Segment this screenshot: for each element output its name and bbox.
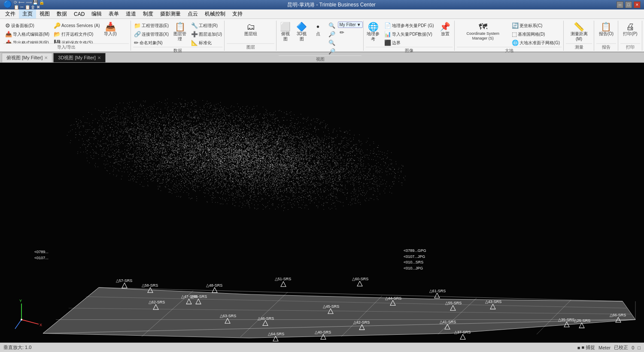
update-coord-button[interactable]: 🔄 更坐标系(C) [510,21,562,30]
window-controls[interactable]: ─ □ ✕ [617,1,641,8]
maximize-button[interactable]: □ [625,1,632,8]
eng-r-button[interactable]: 🔧 工程理(R) [189,21,224,30]
eng-mgr-label: 工程管理器(E) [142,23,169,29]
svg-text:△45-SRS: △45-SRS [323,304,339,309]
access-icon: 🔑 [54,22,61,29]
menu-edit[interactable]: 编辑 [88,9,105,18]
layer-group-btn[interactable]: 🗂 图层组 [242,21,259,37]
settings-panel-button[interactable]: ⚙ 设备面板(D) [3,21,51,30]
layer-group-icon: 🗂 [246,22,255,31]
print-button[interactable]: 🖨 打印(P) [621,21,639,37]
measure-dist-button[interactable]: 📏 测量距离(M) [566,21,592,43]
coord-sys-label: Coordinate System Manager (S) [459,31,507,41]
menu-view[interactable]: 视图 [36,9,53,18]
access-services-button[interactable]: 🔑 Access Services (A) [52,21,101,30]
geo-pdf-button[interactable]: 📄 地理参考矢量PDF (G) [383,21,435,30]
border-label: 边界 [392,40,401,46]
settings-icon: ⚙ [5,22,10,29]
ribbon-group-data: 📁 工程管理器(E) 🔗 连接管理器(X) ✏ 命名对象(N) 📋 [131,21,225,51]
print-icon: 🖨 [626,22,635,31]
place-label: 放置 [441,31,450,37]
layer-add-button[interactable]: ➕ 图层追加(U) [189,30,224,38]
plan-view-tab[interactable]: 俯视图 [My Filter] ✕ [2,53,52,62]
menu-data[interactable]: 数据 [53,9,70,18]
svg-text:△57-SRS: △57-SRS [116,279,132,283]
menu-support[interactable]: 支持 [229,9,246,18]
svg-text:X: X [39,322,42,327]
report-button[interactable]: 📋 报告(O) [597,21,615,37]
3d-view-tab-close[interactable]: ✕ [97,55,101,60]
geoid-icon: 🌐 [512,40,519,46]
coord-sys-mgr-button[interactable]: 🗺 Coordinate System Manager (S) [457,21,509,42]
open-remote-button[interactable]: 📂 打开远程文件(O) [52,30,101,38]
plan-view-icon: ⬜ [280,22,291,31]
remote-save-button[interactable]: 💾 远程保存文件(S) [52,39,101,43]
rename-btn[interactable]: ✏ 命名对象(N) [132,39,170,47]
scene-svg: // We'll generate this with the script b… [0,63,644,343]
menu-road[interactable]: 道道 [122,9,140,18]
geodesy-col2: 🔄 更坐标系(C) ⬚ 基准国网格(D) 🌐 大地水准面子网格(G) [510,21,562,47]
status-unit: Meter [598,345,611,350]
zoom-in-button[interactable]: 🔍 [327,21,337,30]
3d-view-icon: 🔷 [296,22,307,31]
3d-view-tab[interactable]: 3D视图 [My Filter] ✕ [53,53,105,62]
eng-mgr-button[interactable]: 📁 工程管理器(E) [132,21,170,30]
conn-mgr-icon: 🔗 [134,31,141,37]
layer-mgr-button[interactable]: 📋 图层管理 [171,21,188,43]
net-grid-button[interactable]: ⬚ 基准国网格(D) [510,30,562,38]
import-vec-icon: 📊 [384,31,391,37]
menu-cad[interactable]: CAD [70,10,88,18]
import-button[interactable]: 📥 导入(I) [102,21,118,37]
border-button[interactable]: ⬛ 边界 [383,39,435,47]
import-vec-button[interactable]: 📊 导入矢量PDF数据(V) [383,30,435,38]
open-remote-label: 打开远程文件(O) [61,31,93,37]
menu-make[interactable]: 制度 [140,9,157,18]
menu-home[interactable]: 主页 [19,9,36,18]
coord-sys-icon: 🗺 [479,22,487,31]
svg-text:△64-SRS: △64-SRS [268,332,284,336]
svg-text:△61-SRS: △61-SRS [429,288,446,293]
zoom-extra-button[interactable]: 🔍 [327,39,337,47]
zoom-extra2-button[interactable]: 🔎 [327,47,337,55]
point-view-icon: • [316,22,319,31]
minimize-button[interactable]: ─ [617,1,623,8]
ribbon-group-image-content: 🌐 地理参考 📄 地理参考矢量PDF (G) 📊 导入矢量PDF数据(V) ⬛ … [365,21,453,47]
zoom-out-button[interactable]: 🔎 [327,30,337,38]
zoom-out-icon: 🔎 [328,31,335,37]
export-fmt-icon: 📤 [5,40,12,43]
access-label: Access Services (A) [61,23,100,28]
place-button[interactable]: 📌 放置 [437,21,454,37]
close-button[interactable]: ✕ [634,1,641,8]
menu-file[interactable]: 文件 [2,9,19,18]
svg-text:△25-SRS: △25-SRS [574,318,590,323]
standard-button[interactable]: 📐 标准化 [189,39,224,47]
geoid-button[interactable]: 🌐 大地水准面子网格(G) [510,39,562,47]
plan-view-button[interactable]: ⬜ 俯视图 [278,21,293,43]
filter-col: My Filter ▼ ✏ [338,21,363,37]
conn-mgr-button[interactable]: 🔗 连接管理器(X) [132,30,170,38]
filter-edit-button[interactable]: ✏ [338,28,363,37]
export-fmt-label: 导出格式编辑器(R) [13,40,49,44]
place-icon: 📌 [440,22,450,31]
plan-view-tab-close[interactable]: ✕ [44,55,48,60]
point-view-button[interactable]: • 点 [310,21,326,37]
geo-pdf-label: 地理参考矢量PDF (G) [392,23,434,29]
ribbon-group-report: 📋 报告(O) 报告 [595,21,618,51]
svg-text:△42-SRS: △42-SRS [353,320,370,324]
geo-ref-button[interactable]: 🌐 地理参考 [365,21,382,43]
export-fmt-button[interactable]: 📤 导出格式编辑器(R) [3,39,51,43]
menu-photo[interactable]: 摄影测量 [157,9,184,18]
plan-view-label: 俯视图 [279,31,292,42]
border-icon: ⬛ [384,40,391,46]
3d-view-button[interactable]: 🔷 3D视图 [294,21,310,43]
point-view-label: 点 [316,31,320,37]
menu-form[interactable]: 表单 [105,9,122,18]
menu-machine[interactable]: 机械控制 [201,9,229,18]
viewport[interactable]: // We'll generate this with the script b… [0,63,644,343]
net-grid-icon: ⬚ [512,31,517,37]
menu-pointcloud[interactable]: 点云 [184,9,201,18]
import-fmt-button[interactable]: 📥 导入格式编辑器(M) [3,30,51,38]
my-filter-button[interactable]: My Filter ▼ [338,21,363,28]
ribbon-group-measure: 📏 测量距离(M) 测量 [564,21,594,51]
net-grid-label: 基准国网格(D) [518,31,545,37]
